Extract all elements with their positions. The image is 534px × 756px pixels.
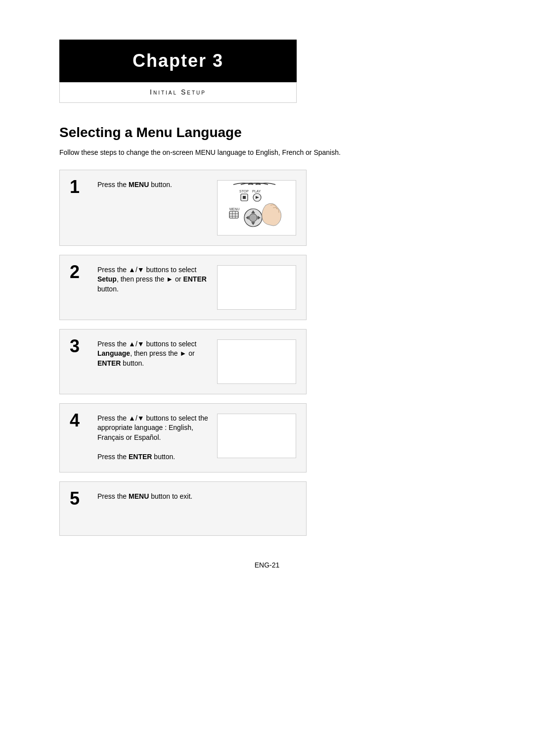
svg-text:PLAY: PLAY <box>252 189 261 193</box>
chapter-title: Chapter 3 <box>59 40 297 82</box>
page-number: ENG-21 <box>255 561 280 569</box>
step-4-number: 4 <box>70 412 89 429</box>
section-title: Selecting a Menu Language <box>59 123 475 142</box>
step-2-number: 2 <box>70 263 89 281</box>
svg-rect-3 <box>243 196 246 199</box>
chapter-title-text: Chapter 3 <box>133 50 223 71</box>
step-2-box: 2 Press the ▲/▼ buttons to select Setup,… <box>59 255 307 320</box>
step-5-content: Press the MENU button to exit. <box>97 492 296 502</box>
step-2-content: Press the ▲/▼ buttons to select Setup, t… <box>97 265 209 294</box>
svg-point-14 <box>249 214 257 222</box>
svg-rect-7 <box>229 211 238 218</box>
chapter-header: Chapter 3 Initial Setup <box>59 40 297 103</box>
step-3-box: 3 Press the ▲/▼ buttons to select Langua… <box>59 329 307 394</box>
step-4-image <box>217 414 296 458</box>
step-2-image <box>217 265 296 310</box>
step-5-box: 5 Press the MENU button to exit. <box>59 481 307 536</box>
section-intro: Follow these steps to change the on-scre… <box>59 148 475 158</box>
remote-svg: STOP PLAY MENU TRK ▲ <box>219 181 295 235</box>
step-1-number: 1 <box>70 178 89 196</box>
step-3-content: Press the ▲/▼ buttons to select Language… <box>97 339 209 369</box>
step-3-image <box>217 339 296 384</box>
svg-text:STOP: STOP <box>239 189 249 193</box>
svg-text:MENU: MENU <box>229 207 240 211</box>
step-4-content: Press the ▲/▼ buttons to select the appr… <box>97 414 209 462</box>
step-1-image: STOP PLAY MENU TRK ▲ <box>217 180 296 236</box>
step-1-box: 1 Press the MENU button. STOP PLAY MENU <box>59 170 307 246</box>
step-5-number: 5 <box>70 490 89 508</box>
chapter-subtitle-text: Initial Setup <box>150 88 206 96</box>
chapter-subtitle: Initial Setup <box>59 82 297 103</box>
step-3-number: 3 <box>70 337 89 355</box>
step-1-content: Press the MENU button. <box>97 180 209 190</box>
page-footer: ENG-21 <box>59 561 475 570</box>
step-4-box: 4 Press the ▲/▼ buttons to select the ap… <box>59 403 307 472</box>
